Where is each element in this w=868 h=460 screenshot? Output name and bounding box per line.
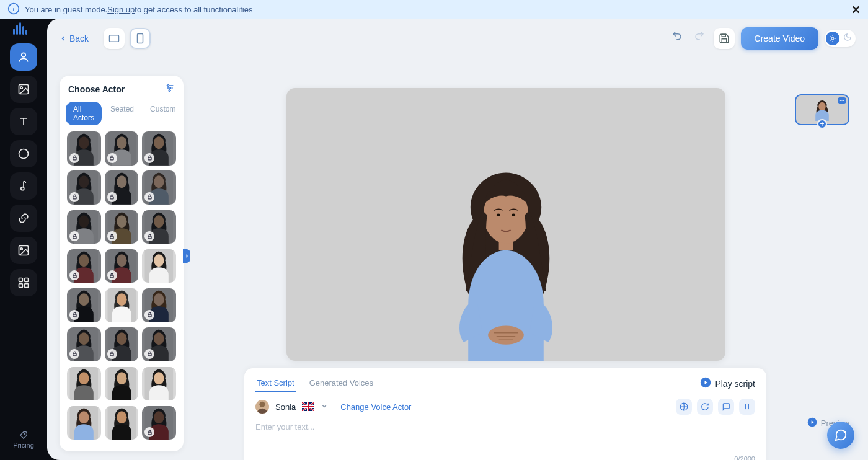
save-button[interactable] bbox=[714, 28, 735, 49]
actor-card[interactable] bbox=[105, 131, 139, 166]
add-scene-button[interactable]: + bbox=[817, 119, 827, 129]
actor-card[interactable] bbox=[105, 327, 139, 361]
actor-tab-custom[interactable]: Custom bbox=[143, 102, 183, 125]
nav-shape-icon[interactable] bbox=[10, 140, 37, 167]
svg-rect-37 bbox=[73, 197, 76, 200]
script-tab-generated-voices[interactable]: Generated Voices bbox=[308, 374, 374, 392]
actor-card[interactable] bbox=[142, 131, 176, 166]
lock-icon bbox=[144, 349, 154, 359]
actor-card[interactable] bbox=[67, 327, 101, 361]
actor-card[interactable] bbox=[105, 367, 139, 401]
lock-icon bbox=[107, 153, 117, 163]
actor-card[interactable] bbox=[142, 288, 176, 322]
svg-rect-58 bbox=[110, 275, 113, 278]
actor-card[interactable] bbox=[142, 327, 176, 361]
nav-link-icon[interactable] bbox=[10, 205, 37, 232]
actor-tab-all-actors[interactable]: All Actors bbox=[66, 102, 102, 125]
nav-media-icon[interactable] bbox=[10, 237, 37, 264]
orientation-landscape-button[interactable] bbox=[104, 28, 125, 49]
actor-card[interactable] bbox=[142, 249, 176, 283]
chat-fab[interactable] bbox=[827, 422, 854, 449]
actor-card[interactable] bbox=[105, 406, 139, 440]
lock-icon bbox=[107, 349, 117, 359]
svg-point-93 bbox=[497, 213, 500, 216]
svg-rect-15 bbox=[110, 35, 119, 42]
actor-grid[interactable] bbox=[64, 131, 179, 444]
nav-actor-icon[interactable] bbox=[10, 43, 37, 71]
actor-card[interactable] bbox=[67, 406, 101, 440]
actor-card[interactable] bbox=[142, 367, 176, 401]
actor-card[interactable] bbox=[142, 210, 176, 244]
pause-tool-icon[interactable] bbox=[739, 399, 755, 415]
create-video-button[interactable]: Create Video bbox=[741, 27, 818, 50]
svg-rect-16 bbox=[138, 34, 143, 43]
lock-icon bbox=[69, 192, 79, 202]
script-tabs: Text ScriptGenerated Voices bbox=[255, 374, 374, 392]
actor-card[interactable] bbox=[105, 249, 139, 283]
actor-card[interactable] bbox=[67, 131, 101, 166]
signup-link[interactable]: Sign up bbox=[107, 5, 135, 14]
nav-text-icon[interactable] bbox=[10, 108, 37, 135]
globe-tool-icon[interactable] bbox=[676, 399, 692, 415]
play-icon bbox=[807, 417, 817, 429]
theme-toggle[interactable] bbox=[825, 30, 856, 47]
actor-card[interactable] bbox=[142, 170, 176, 205]
filter-icon[interactable] bbox=[165, 83, 175, 95]
svg-point-87 bbox=[117, 411, 126, 423]
actor-panel: Choose Actor All ActorsSeatedCustom bbox=[60, 76, 184, 451]
svg-point-30 bbox=[117, 136, 126, 149]
video-canvas[interactable] bbox=[286, 88, 725, 361]
nav-image-icon[interactable] bbox=[10, 76, 37, 103]
actor-tab-seated[interactable]: Seated bbox=[103, 102, 141, 125]
lock-icon bbox=[144, 192, 154, 202]
back-button[interactable]: Back bbox=[60, 33, 89, 43]
redo-icon[interactable] bbox=[691, 29, 707, 48]
svg-point-94 bbox=[512, 213, 515, 216]
play-icon bbox=[700, 377, 711, 390]
sync-tool-icon[interactable] bbox=[697, 399, 713, 415]
svg-point-65 bbox=[117, 293, 126, 306]
guest-banner: You are in guest mode. Sign up to get ac… bbox=[0, 0, 868, 19]
actor-card[interactable] bbox=[105, 210, 139, 244]
scene-menu-icon[interactable]: ⋯ bbox=[838, 97, 846, 104]
svg-point-98 bbox=[259, 402, 265, 407]
script-panel: Text ScriptGenerated Voices Play script … bbox=[244, 368, 766, 460]
play-script-button[interactable]: Play script bbox=[700, 377, 755, 390]
svg-rect-68 bbox=[148, 314, 151, 317]
svg-point-48 bbox=[117, 215, 126, 228]
nav-apps-icon[interactable] bbox=[10, 269, 37, 296]
actor-card[interactable] bbox=[105, 288, 139, 322]
actor-card[interactable] bbox=[67, 170, 101, 205]
svg-rect-46 bbox=[73, 236, 76, 239]
svg-point-104 bbox=[844, 431, 846, 433]
script-input[interactable] bbox=[255, 422, 755, 455]
close-icon[interactable]: ✕ bbox=[851, 3, 861, 17]
svg-point-51 bbox=[154, 215, 164, 228]
svg-point-27 bbox=[79, 136, 89, 149]
svg-rect-31 bbox=[110, 157, 113, 160]
svg-point-19 bbox=[831, 37, 834, 40]
pricing-link[interactable]: Pricing bbox=[13, 430, 34, 449]
undo-icon[interactable] bbox=[669, 29, 685, 48]
actor-card[interactable] bbox=[142, 406, 176, 440]
actor-card[interactable] bbox=[67, 249, 101, 283]
svg-point-76 bbox=[154, 332, 164, 345]
nav-music-icon[interactable] bbox=[10, 172, 37, 200]
svg-point-83 bbox=[154, 372, 164, 384]
script-tab-text-script[interactable]: Text Script bbox=[255, 374, 296, 392]
actor-card[interactable] bbox=[105, 170, 139, 205]
svg-point-45 bbox=[79, 215, 89, 228]
actor-card[interactable] bbox=[67, 288, 101, 322]
lock-icon bbox=[144, 231, 154, 241]
svg-point-25 bbox=[169, 90, 170, 92]
orientation-portrait-button[interactable] bbox=[130, 28, 151, 49]
actor-card[interactable] bbox=[67, 367, 101, 401]
voice-dropdown-icon[interactable] bbox=[321, 402, 328, 412]
chat-tool-icon[interactable] bbox=[718, 399, 734, 415]
scene-thumbnail[interactable]: ⋯ + bbox=[795, 94, 849, 125]
svg-point-79 bbox=[79, 372, 89, 384]
svg-point-36 bbox=[79, 175, 89, 188]
actor-card[interactable] bbox=[67, 210, 101, 244]
change-voice-link[interactable]: Change Voice Actor bbox=[340, 402, 411, 412]
panel-collapse-icon[interactable] bbox=[183, 249, 190, 263]
